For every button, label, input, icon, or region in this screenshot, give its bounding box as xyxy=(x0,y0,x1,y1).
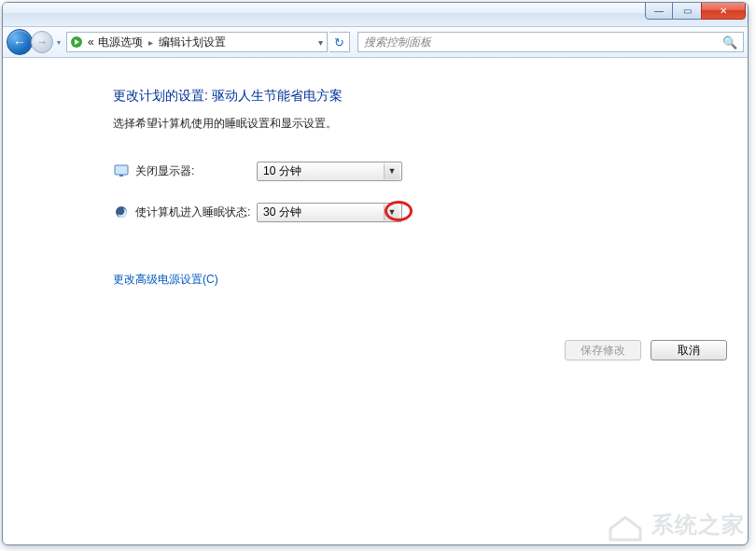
svg-rect-2 xyxy=(119,175,123,177)
page-title: 更改计划的设置: 驱动人生节能省电方案 xyxy=(113,88,748,105)
power-plan-icon xyxy=(69,35,84,49)
setting-row-display-off: 关闭显示器: 10 分钟 ▼ xyxy=(113,160,748,182)
forward-button[interactable]: → xyxy=(31,31,53,53)
titlebar: — ▭ ✕ xyxy=(3,3,748,27)
breadcrumb-item-power-options[interactable]: 电源选项 xyxy=(98,35,143,50)
nav-history-buttons: ← → ▾ xyxy=(7,29,64,55)
sleep-dropdown[interactable]: 30 分钟 ▼ xyxy=(257,203,402,222)
minimize-icon: — xyxy=(654,6,664,16)
forward-arrow-icon: → xyxy=(36,35,48,49)
button-row: 保存修改 取消 xyxy=(113,340,748,360)
maximize-icon: ▭ xyxy=(683,6,692,16)
chevron-down-icon: ▼ xyxy=(384,205,399,220)
save-button: 保存修改 xyxy=(565,340,641,360)
svg-rect-1 xyxy=(115,165,128,175)
refresh-icon: ↻ xyxy=(334,35,344,49)
cancel-button[interactable]: 取消 xyxy=(651,340,727,360)
search-icon: 🔍 xyxy=(722,35,737,49)
chevron-down-icon: ▾ xyxy=(57,38,61,47)
display-off-label: 关闭显示器: xyxy=(135,163,257,179)
sleep-value: 30 分钟 xyxy=(263,205,301,220)
monitor-icon xyxy=(113,162,130,179)
sleep-label: 使计算机进入睡眠状态: xyxy=(135,205,257,220)
sleep-icon xyxy=(113,204,130,220)
breadcrumb[interactable]: « 电源选项 ▸ 编辑计划设置 ▾ xyxy=(66,32,328,52)
display-off-value: 10 分钟 xyxy=(263,163,301,179)
back-button[interactable]: ← xyxy=(7,29,33,55)
chevron-down-icon: ▼ xyxy=(384,163,399,179)
breadcrumb-separator-icon: ▸ xyxy=(147,37,155,48)
display-off-dropdown[interactable]: 10 分钟 ▼ xyxy=(257,162,402,181)
breadcrumb-item-edit-plan[interactable]: 编辑计划设置 xyxy=(159,35,226,50)
maximize-button[interactable]: ▭ xyxy=(673,2,701,20)
breadcrumb-prefix: « xyxy=(88,35,94,49)
search-placeholder: 搜索控制面板 xyxy=(364,35,431,50)
window: — ▭ ✕ ← → ▾ « 电源选 xyxy=(2,2,749,545)
minimize-button[interactable]: — xyxy=(645,2,673,20)
refresh-button[interactable]: ↻ xyxy=(329,32,350,52)
close-button[interactable]: ✕ xyxy=(701,2,746,20)
breadcrumb-dropdown-icon[interactable]: ▾ xyxy=(316,37,325,48)
page-subtitle: 选择希望计算机使用的睡眠设置和显示设置。 xyxy=(113,116,748,132)
setting-row-sleep: 使计算机进入睡眠状态: 30 分钟 ▼ xyxy=(113,201,748,223)
advanced-settings-link[interactable]: 更改高级电源设置(C) xyxy=(113,272,218,288)
window-controls: — ▭ ✕ xyxy=(645,2,746,20)
content-area: 更改计划的设置: 驱动人生节能省电方案 选择希望计算机使用的睡眠设置和显示设置。… xyxy=(3,58,748,544)
history-dropdown[interactable]: ▾ xyxy=(53,33,64,51)
close-icon: ✕ xyxy=(720,6,727,16)
back-arrow-icon: ← xyxy=(13,35,26,49)
navbar: ← → ▾ « 电源选项 ▸ 编辑计划设置 ▾ ↻ 搜索控制面板 🔍 xyxy=(3,27,748,58)
search-input[interactable]: 搜索控制面板 🔍 xyxy=(357,32,744,52)
